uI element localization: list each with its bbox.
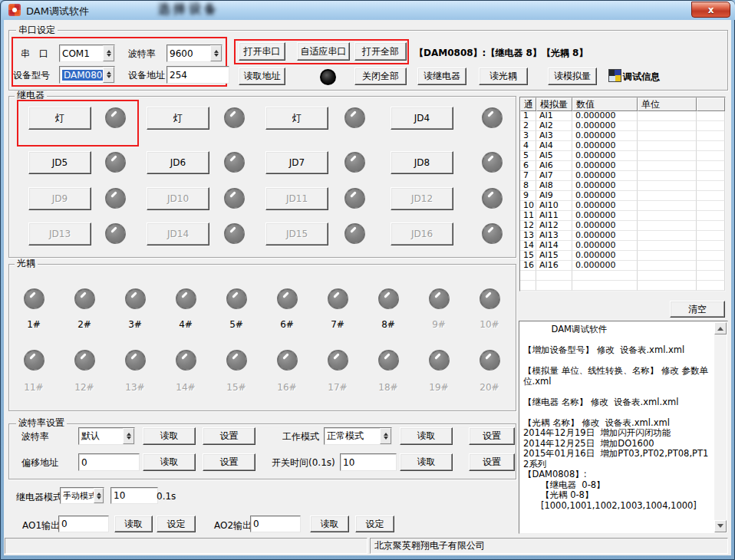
dropdown-arrow-icon[interactable]: [123, 428, 134, 444]
dropdown-arrow-icon[interactable]: [103, 45, 114, 61]
addr-input[interactable]: 254: [166, 66, 229, 84]
close-button[interactable]: x: [691, 2, 730, 18]
analog-row-6[interactable]: 6AI60.000000: [520, 161, 725, 171]
analog-row-16[interactable]: 16AI160.000000: [520, 261, 725, 271]
offset-set-button[interactable]: 设置: [203, 453, 255, 471]
ao1-input[interactable]: 0: [58, 516, 109, 532]
read-relay-button[interactable]: 读继电器: [417, 68, 466, 85]
scroll-down-icon[interactable]: [714, 520, 727, 532]
analog-row-14[interactable]: 14AI140.000000: [520, 241, 725, 251]
analog-row-3[interactable]: 3AI30.000000: [520, 131, 725, 141]
workmode-combo[interactable]: 正常模式: [324, 427, 392, 445]
analog-row-1[interactable]: 1AI10.000000: [520, 111, 725, 121]
read-analog-button[interactable]: 读模拟量: [548, 68, 597, 85]
ao2-read-button[interactable]: 读取: [310, 516, 349, 532]
ao2-input[interactable]: 0: [250, 516, 301, 532]
relay-button-15[interactable]: JD15: [265, 222, 328, 245]
window-title: DAM调试软件: [26, 5, 89, 18]
analog-header-通[interactable]: 通: [520, 97, 536, 111]
dropdown-arrow-icon[interactable]: [210, 45, 222, 61]
relay-button-8[interactable]: JD8: [391, 151, 453, 174]
analog-header-模拟量[interactable]: 模拟量: [536, 97, 572, 111]
analog-row-15[interactable]: 15AI150.000000: [520, 251, 725, 261]
relay-button-10[interactable]: JD10: [147, 187, 209, 210]
relay-button-4[interactable]: JD4: [391, 107, 453, 130]
opto-led-11: [24, 350, 44, 371]
relay-button-2[interactable]: 灯: [147, 107, 209, 130]
analog-row-4[interactable]: 4AI40.000000: [520, 141, 725, 151]
switch-set-button[interactable]: 设置: [469, 453, 515, 471]
relay-button-7[interactable]: JD7: [265, 151, 328, 174]
analog-row-11[interactable]: 11AI110.000000: [520, 211, 725, 221]
dropdown-arrow-icon[interactable]: [103, 67, 114, 83]
analog-row-5[interactable]: 5AI50.000000: [520, 151, 725, 161]
relay-button-6[interactable]: JD6: [147, 151, 209, 174]
analog-row-10[interactable]: 10AI100.000000: [520, 201, 725, 211]
relay-mode-time-input[interactable]: 10: [110, 487, 158, 504]
analog-row-13[interactable]: 13AI130.000000: [520, 231, 725, 241]
analog-row-empty: [520, 281, 725, 291]
dropdown-arrow-icon[interactable]: [94, 488, 104, 503]
analog-cell: [638, 181, 697, 191]
analog-cell: 0.000000: [572, 151, 638, 161]
analog-header-数值[interactable]: 数值: [572, 97, 638, 111]
workmode-read-button[interactable]: 读取: [400, 427, 453, 445]
analog-cell: AI13: [536, 231, 572, 241]
analog-cell: 0.000000: [572, 221, 638, 231]
relay-led-9: [105, 188, 126, 209]
relay-button-12[interactable]: JD12: [391, 187, 453, 210]
switch-time-input[interactable]: 10: [340, 453, 397, 471]
ao1-read-button[interactable]: 读取: [114, 516, 153, 532]
dropdown-arrow-icon[interactable]: [380, 428, 391, 444]
close-all-button[interactable]: 关闭全部: [354, 68, 407, 85]
analog-row-7[interactable]: 7AI70.000000: [520, 171, 725, 181]
baud-combo[interactable]: 9600: [166, 44, 222, 62]
baudrate-label: 波特率: [21, 430, 49, 443]
opto-led-12: [74, 350, 95, 371]
baud-read-button[interactable]: 读取: [143, 427, 196, 445]
opto-label-5: 5#: [221, 319, 252, 330]
read-opto-button[interactable]: 读光耦: [479, 68, 528, 85]
clear-button[interactable]: 清空: [670, 301, 725, 318]
relay-button-13[interactable]: JD13: [28, 222, 91, 245]
opto-led-13: [125, 350, 146, 371]
analog-header-extra[interactable]: [697, 97, 725, 111]
analog-cell: [638, 141, 697, 151]
debug-info-label[interactable]: 调试信息: [623, 71, 660, 84]
title-bar[interactable]: DAM调试软件 选择设备 x: [2, 1, 735, 20]
analog-header-单位[interactable]: 单位: [638, 97, 697, 111]
analog-row-9[interactable]: 9AI90.000000: [520, 191, 725, 201]
relay-button-3[interactable]: 灯: [265, 107, 328, 130]
relay-button-11[interactable]: JD11: [265, 187, 328, 210]
relay-button-16[interactable]: JD16: [391, 222, 453, 245]
analog-row-12[interactable]: 12AI120.000000: [520, 221, 725, 231]
analog-cell: 10: [520, 201, 536, 211]
analog-cell: [572, 271, 638, 281]
ao1-set-button[interactable]: 设定: [157, 516, 196, 532]
relay-button-1[interactable]: 灯: [28, 107, 91, 130]
baudrate-combo[interactable]: 默认: [78, 427, 135, 445]
open-serial-button[interactable]: 打开串口: [239, 42, 285, 61]
relay-mode-combo[interactable]: 手动模式: [60, 487, 104, 504]
offset-input[interactable]: 0: [78, 453, 140, 471]
analog-row-8[interactable]: 8AI80.000000: [520, 181, 725, 191]
workmode-set-button[interactable]: 设置: [469, 427, 515, 445]
switch-read-button[interactable]: 读取: [400, 453, 453, 471]
read-addr-button[interactable]: 读取地址: [239, 68, 285, 85]
analog-cell: 7: [520, 171, 536, 181]
open-all-button[interactable]: 打开全部: [354, 42, 407, 61]
relay-button-14[interactable]: JD14: [147, 222, 209, 245]
offset-read-button[interactable]: 读取: [143, 453, 196, 471]
ao2-set-button[interactable]: 设定: [355, 516, 394, 532]
analog-row-2[interactable]: 2AI20.000000: [520, 121, 725, 131]
baud-set-button[interactable]: 设置: [203, 427, 255, 445]
model-combo[interactable]: DAM0808: [59, 66, 115, 84]
relay-button-9[interactable]: JD9: [28, 187, 91, 210]
port-combo[interactable]: COM1: [59, 44, 115, 62]
adaptive-serial-button[interactable]: 自适应串口: [297, 42, 350, 61]
info-scrollbar[interactable]: [714, 322, 727, 532]
scroll-up-icon[interactable]: [714, 322, 727, 334]
relay-button-5[interactable]: JD5: [28, 151, 91, 174]
analog-cell: 0.000000: [572, 251, 638, 261]
port-label: 串 口: [21, 48, 48, 61]
